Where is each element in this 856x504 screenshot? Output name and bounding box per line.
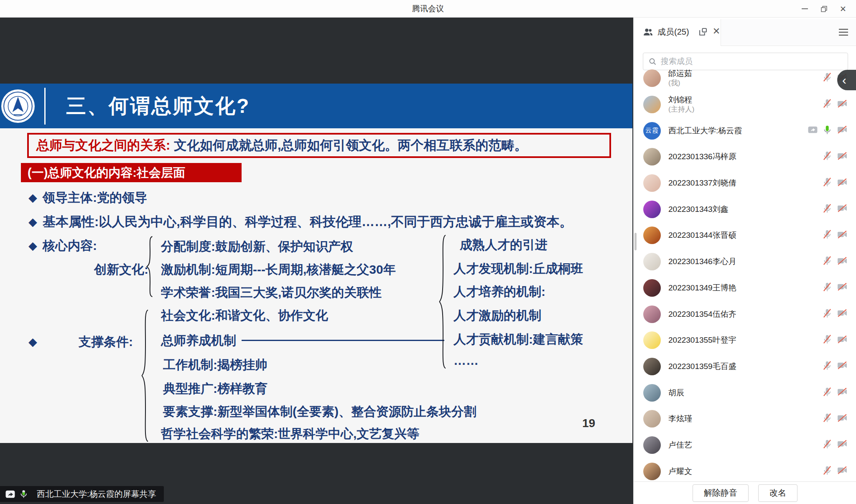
member-status-icons: [822, 334, 848, 346]
member-name-block: 西北工业大学:杨云霞: [668, 126, 808, 136]
screen-share-text: 西北工业大学:杨云霞的屏幕共享: [37, 489, 156, 500]
mic-muted-icon[interactable]: [822, 203, 833, 216]
camera-off-icon[interactable]: [836, 360, 848, 372]
member-avatar: [643, 148, 661, 165]
bullet-attributes: 基本属性:以人民为中心,科学目的、科学过程、科技伦理……,不同于西方忠诚于雇主或…: [43, 213, 573, 231]
core-content-label: 核心内容:: [43, 237, 97, 255]
camera-off-icon[interactable]: [836, 334, 848, 346]
support-item: 社会文化:和谐文化、协作文化: [161, 307, 328, 324]
member-row[interactable]: 邰运茹 (我): [634, 65, 856, 92]
camera-off-icon[interactable]: [836, 387, 848, 399]
member-name: 2022301344张晋硕: [668, 230, 822, 240]
mic-muted-icon[interactable]: [822, 255, 833, 268]
brace-innovation: [145, 235, 155, 298]
member-row[interactable]: 胡辰: [634, 379, 856, 406]
camera-off-icon[interactable]: [836, 203, 848, 215]
screen-share-banner: 西北工业大学:杨云霞的屏幕共享: [0, 486, 164, 502]
member-avatar: [643, 253, 661, 270]
member-row[interactable]: 卢佳艺: [634, 432, 856, 458]
camera-off-icon[interactable]: [836, 229, 848, 242]
page-number: 19: [582, 417, 595, 430]
camera-off-icon[interactable]: [836, 99, 848, 111]
close-button[interactable]: ✕: [833, 0, 853, 18]
hamburger-menu-icon[interactable]: [839, 29, 848, 36]
member-panel: 成员(25) ✕ 邰运茹 (我): [633, 18, 856, 504]
member-avatar: 云霞: [643, 122, 661, 140]
member-row[interactable]: 2022301355叶登宇: [634, 327, 856, 354]
mic-muted-icon[interactable]: [822, 98, 833, 111]
camera-off-icon[interactable]: [836, 308, 848, 320]
member-row[interactable]: 卢耀文: [634, 458, 856, 481]
right-item: 人才激励的机制: [453, 307, 541, 324]
search-input[interactable]: [661, 57, 828, 66]
member-row[interactable]: 刘锦程 (主持人): [634, 92, 856, 118]
camera-off-icon[interactable]: [836, 256, 848, 268]
member-name: 2022301349王博艳: [668, 283, 822, 293]
member-row[interactable]: 云霞 西北工业大学:杨云霞: [634, 117, 856, 144]
member-name: 卢佳艺: [668, 440, 822, 450]
members-tab[interactable]: 成员(25): [634, 18, 721, 46]
member-row[interactable]: 2022301344张晋硕: [634, 222, 856, 249]
member-row[interactable]: 2022301346李心月: [634, 249, 856, 275]
mic-muted-icon[interactable]: [822, 177, 833, 189]
mic-on-icon[interactable]: [822, 125, 833, 137]
left-item: 分配制度:鼓励创新、保护知识产权: [161, 238, 353, 255]
member-row[interactable]: 2022301359毛百盛: [634, 354, 856, 380]
members-tab-label: 成员(25): [657, 26, 689, 38]
left-item: 激励机制:短周期---长周期,核潜艇之父30年: [161, 261, 396, 278]
member-row[interactable]: 李炫瑾: [634, 406, 856, 432]
support-item: 哲学社会科学的繁荣:世界科学中心,文艺复兴等: [161, 425, 419, 443]
camera-off-icon[interactable]: [836, 439, 848, 451]
member-avatar: [643, 410, 661, 428]
member-status-icons: [822, 229, 848, 242]
mic-muted-icon[interactable]: [822, 465, 833, 478]
mic-muted-icon[interactable]: [822, 308, 833, 321]
camera-off-icon[interactable]: [836, 125, 848, 137]
rename-button[interactable]: 改名: [758, 484, 797, 502]
close-panel-icon[interactable]: ✕: [711, 26, 721, 37]
member-row[interactable]: 2022301336冯梓原: [634, 144, 856, 170]
mic-muted-icon[interactable]: [822, 72, 833, 84]
members-icon: [643, 28, 653, 36]
mic-muted-icon[interactable]: [822, 412, 833, 425]
camera-off-icon[interactable]: [836, 282, 848, 294]
member-name-block: 2022301346李心月: [668, 257, 822, 267]
collapse-panel-handle[interactable]: ‹: [837, 70, 856, 90]
mic-muted-icon[interactable]: [822, 150, 833, 163]
popout-panel-icon[interactable]: [698, 28, 707, 38]
camera-off-icon[interactable]: [836, 413, 848, 425]
member-name-block: 2022301344张晋硕: [668, 230, 822, 240]
section-title-box: (一)总师文化的内容:社会层面: [21, 163, 242, 182]
member-row[interactable]: 2022301354伍佑齐: [634, 301, 856, 327]
chevron-left-icon: ‹: [842, 74, 846, 87]
mic-muted-icon[interactable]: [822, 387, 833, 399]
member-avatar: [643, 174, 661, 192]
member-role: (主持人): [668, 105, 822, 114]
member-name: 2022301354伍佑齐: [668, 309, 822, 319]
mic-muted-icon[interactable]: [822, 334, 833, 346]
restore-button[interactable]: [814, 0, 833, 18]
member-status-icons: [822, 360, 848, 373]
unmute-button[interactable]: 解除静音: [693, 484, 749, 502]
minimize-icon: [802, 8, 808, 9]
member-name-block: 2022301359毛百盛: [668, 361, 822, 372]
minimize-button[interactable]: [795, 0, 814, 18]
camera-off-icon[interactable]: [836, 151, 848, 163]
member-name-block: 2022301336冯梓原: [668, 152, 822, 162]
mic-muted-icon[interactable]: [822, 439, 833, 451]
camera-off-icon[interactable]: [836, 177, 848, 189]
member-row[interactable]: 2022301343刘鑫: [634, 196, 856, 222]
member-list: 邰运茹 (我): [634, 65, 856, 481]
bullet-diamond: ◆: [28, 213, 37, 231]
member-name-block: 2022301337刘晓倩: [668, 178, 822, 188]
right-item: 人才发现机制:丘成桐班: [453, 260, 583, 277]
camera-off-icon[interactable]: [836, 465, 848, 477]
mic-muted-icon[interactable]: [822, 360, 833, 373]
member-name-block: 李炫瑾: [668, 414, 822, 424]
mic-muted-icon[interactable]: [822, 282, 833, 294]
scrollbar-thumb[interactable]: [634, 233, 637, 250]
member-status-icons: [822, 282, 848, 294]
member-row[interactable]: 2022301337刘晓倩: [634, 170, 856, 196]
mic-muted-icon[interactable]: [822, 229, 833, 242]
member-row[interactable]: 2022301349王博艳: [634, 275, 856, 301]
